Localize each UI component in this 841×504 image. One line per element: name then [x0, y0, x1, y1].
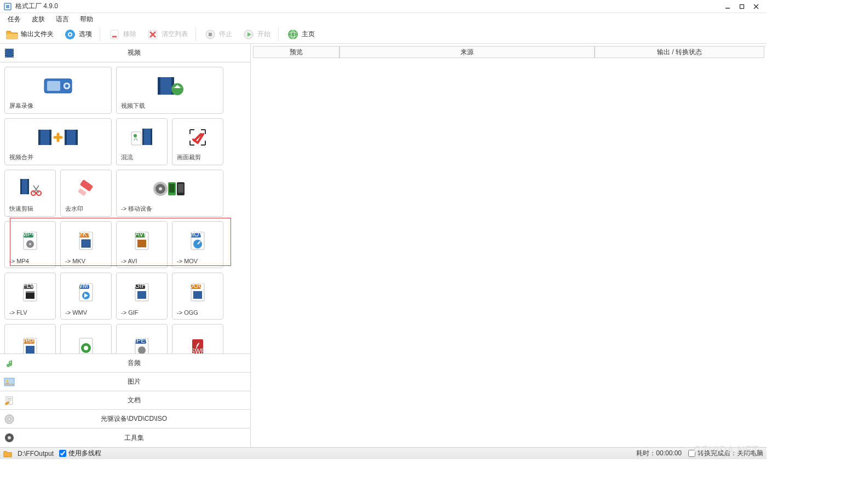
- tile-to-swf[interactable]: SWF: [172, 324, 223, 354]
- tile-to-webm[interactable]: WebM: [4, 324, 56, 354]
- tile-label: -> OGG: [176, 309, 198, 316]
- avi-file-icon: AVI: [131, 226, 153, 256]
- svg-rect-77: [137, 240, 146, 247]
- menu-skin[interactable]: 皮肤: [27, 14, 49, 25]
- header-output-status[interactable]: 输出 / 转换状态: [595, 46, 764, 58]
- tile-label: -> WMV: [64, 309, 87, 316]
- category-document-label: 文档: [18, 396, 250, 405]
- mobile-devices-icon: [152, 175, 188, 202]
- eraser-icon: [75, 175, 97, 202]
- svg-rect-25: [5, 54, 7, 55]
- mpeg-file-icon: MPEG: [131, 329, 153, 354]
- output-folder-label: 输出文件夹: [21, 30, 54, 39]
- stop-button[interactable]: 停止: [201, 27, 234, 42]
- close-button[interactable]: [749, 1, 763, 12]
- menu-task[interactable]: 任务: [3, 14, 25, 25]
- category-picture-header[interactable]: 图片: [0, 373, 250, 391]
- category-document-header[interactable]: 文档: [0, 391, 250, 410]
- toolbar-separator: [100, 28, 100, 41]
- clear-list-button[interactable]: 清空列表: [144, 27, 190, 42]
- category-tools-header[interactable]: 工具集: [0, 428, 250, 447]
- minimize-button[interactable]: [721, 1, 735, 12]
- tile-to-mobile[interactable]: -> 移动设备: [116, 170, 223, 217]
- remove-label: 移除: [123, 30, 136, 39]
- header-preview[interactable]: 预览: [253, 46, 339, 58]
- maximize-button[interactable]: [735, 1, 749, 12]
- multithread-input[interactable]: [59, 450, 66, 457]
- tile-to-ogg[interactable]: OGG -> OGG: [172, 273, 223, 320]
- svg-rect-57: [78, 188, 87, 196]
- gif-file-icon: GIF: [131, 277, 153, 307]
- category-disc-label: 光驱设备\DVD\CD\ISO: [18, 414, 250, 424]
- remove-button[interactable]: 移除: [106, 27, 139, 42]
- output-folder-button[interactable]: 输出文件夹: [3, 27, 56, 42]
- svg-text:SWF: SWF: [191, 347, 205, 354]
- webm-file-icon: WebM: [19, 329, 41, 354]
- merge-icon: [36, 123, 80, 151]
- statusbar-right: 耗时：00:00:00 转换完成后：关闭电脑: [636, 449, 763, 458]
- svg-point-19: [288, 30, 298, 39]
- home-button[interactable]: 主页: [284, 27, 317, 42]
- header-source[interactable]: 来源: [339, 46, 595, 58]
- svg-rect-64: [178, 184, 183, 193]
- tile-to-wmv[interactable]: WMV -> WMV: [60, 273, 112, 320]
- shutdown-checkbox[interactable]: 转换完成后：关闭电脑: [688, 449, 763, 458]
- tile-label: -> MOV: [176, 258, 198, 264]
- category-audio-header[interactable]: 音频: [0, 354, 250, 373]
- tile-crop[interactable]: 画面裁剪: [172, 118, 223, 165]
- tile-quick-cut[interactable]: 快速剪辑: [4, 170, 56, 217]
- svg-point-114: [6, 380, 8, 382]
- tile-video-download[interactable]: 视频下载: [116, 67, 223, 114]
- svg-rect-48: [151, 129, 152, 145]
- category-audio-label: 音频: [18, 358, 250, 368]
- options-button[interactable]: 选项: [61, 27, 94, 42]
- tile-label: 混流: [120, 153, 133, 161]
- video-icon: [3, 47, 15, 59]
- mux-icon: [129, 123, 154, 151]
- folder-icon: [5, 28, 19, 41]
- tile-to-mov[interactable]: MOV -> MOV: [172, 221, 223, 268]
- globe-icon: [286, 28, 299, 41]
- stop-icon: [204, 28, 217, 41]
- output-path[interactable]: D:\FFOutput: [18, 450, 54, 457]
- toolbar-separator: [278, 28, 279, 41]
- category-disc-header[interactable]: 光驱设备\DVD\CD\ISO: [0, 410, 250, 428]
- tile-to-mp4[interactable]: MP4 -> MP4: [4, 221, 56, 268]
- video-grid[interactable]: 屏幕录像 视频下载 视频合并: [0, 62, 250, 354]
- tile-label: 快速剪辑: [8, 205, 33, 213]
- svg-text:AVI: AVI: [135, 230, 145, 238]
- mov-file-icon: MOV: [187, 226, 209, 256]
- svg-rect-47: [142, 129, 144, 145]
- mp4-file-icon: MP4: [19, 226, 41, 256]
- tile-video-merge[interactable]: 视频合并: [4, 118, 112, 165]
- tile-to-avi[interactable]: AVI -> AVI: [116, 221, 168, 268]
- tile-label: -> 移动设备: [120, 205, 152, 213]
- svg-rect-4: [740, 4, 744, 8]
- svg-point-118: [8, 418, 11, 420]
- tile-label: -> MKV: [64, 258, 85, 264]
- menu-language[interactable]: 语言: [51, 14, 73, 25]
- tile-screen-record[interactable]: 屏幕录像: [4, 67, 112, 114]
- ogg-file-icon: OGG: [187, 277, 209, 307]
- start-button[interactable]: 开始: [240, 27, 273, 42]
- tile-to-3gp[interactable]: [60, 324, 112, 354]
- tile-to-mkv[interactable]: MKV -> MKV: [60, 221, 112, 268]
- svg-rect-36: [158, 77, 160, 95]
- disc-icon: [3, 413, 15, 425]
- titlebar: 格式工厂 4.9.0: [0, 0, 767, 13]
- tile-to-gif[interactable]: GIF -> GIF: [116, 273, 168, 320]
- svg-rect-23: [5, 49, 7, 50]
- tile-to-mpeg[interactable]: MPEG: [116, 324, 168, 354]
- menu-help[interactable]: 帮助: [76, 14, 97, 25]
- document-icon: [3, 395, 15, 407]
- folder-small-icon[interactable]: [3, 449, 12, 458]
- tile-to-flv[interactable]: FLV -> FLV: [4, 273, 56, 320]
- svg-point-120: [8, 436, 11, 439]
- tile-dewatermark[interactable]: 去水印: [60, 170, 112, 217]
- category-video-header[interactable]: 视频: [0, 44, 250, 62]
- svg-rect-29: [13, 54, 14, 55]
- shutdown-input[interactable]: [688, 450, 695, 457]
- category-tools-label: 工具集: [18, 433, 250, 443]
- tile-mux[interactable]: 混流: [116, 118, 168, 165]
- multithread-checkbox[interactable]: 使用多线程: [59, 449, 101, 458]
